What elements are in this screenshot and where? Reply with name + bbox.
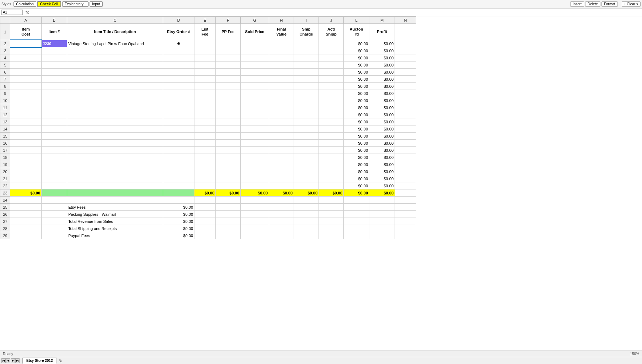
cell-H3[interactable] (269, 47, 294, 54)
cell-H22[interactable] (269, 182, 294, 189)
cell-M9[interactable]: $0.00 (369, 90, 395, 97)
cell-G9[interactable] (241, 90, 269, 97)
cell-I21[interactable] (294, 175, 319, 182)
cell-N3[interactable] (395, 47, 416, 54)
style-check-cell[interactable]: Check Cell (37, 1, 61, 7)
summary-empty-cell[interactable] (369, 211, 395, 218)
cell-D22[interactable] (163, 182, 194, 189)
cell-H18[interactable] (269, 154, 294, 161)
cell-B19[interactable] (42, 161, 67, 168)
cell-M11[interactable]: $0.00 (369, 104, 395, 111)
cell-C22[interactable] (67, 182, 163, 189)
cell-D8[interactable] (163, 83, 194, 90)
summary-value-26[interactable]: $0.00 (163, 211, 194, 218)
cell-E21[interactable] (194, 175, 216, 182)
cell-H8[interactable] (269, 83, 294, 90)
cell-E10[interactable] (194, 97, 216, 104)
cell-E19[interactable] (194, 161, 216, 168)
summary-empty-cell[interactable] (269, 211, 294, 218)
btn-format[interactable]: Format (601, 1, 618, 7)
summary-empty-cell[interactable] (216, 218, 241, 225)
cell-D13[interactable] (163, 118, 194, 125)
cell-C9[interactable] (67, 90, 163, 97)
cell-D2[interactable]: ⊕ (163, 40, 194, 47)
cell-B15[interactable] (42, 133, 67, 140)
cell-A11[interactable] (10, 104, 42, 111)
cell-F3[interactable] (216, 47, 241, 54)
cell-C14[interactable] (67, 125, 163, 133)
col-header-I[interactable]: I (294, 17, 319, 24)
cell-M17[interactable]: $0.00 (369, 147, 395, 154)
cell-D6[interactable] (163, 69, 194, 76)
cell-F4[interactable] (216, 54, 241, 61)
cell-A10[interactable] (10, 97, 42, 104)
style-input[interactable]: Input (90, 1, 102, 7)
cell-A6[interactable] (10, 69, 42, 76)
cell-H21[interactable] (269, 175, 294, 182)
blank-cell[interactable] (163, 197, 194, 204)
total-L[interactable]: $0.00 (344, 189, 369, 197)
cell-J19[interactable] (319, 161, 344, 168)
cell-B17[interactable] (42, 147, 67, 154)
cell-D3[interactable] (163, 47, 194, 54)
cell-L20[interactable]: $0.00 (344, 168, 369, 175)
cell-H2[interactable] (269, 40, 294, 47)
summary-empty-cell[interactable] (319, 204, 344, 211)
cell-A14[interactable] (10, 125, 42, 133)
cell-G2[interactable] (241, 40, 269, 47)
cell-G18[interactable] (241, 154, 269, 161)
cell-H9[interactable] (269, 90, 294, 97)
cell-A8[interactable] (10, 83, 42, 90)
cell-L9[interactable]: $0.00 (344, 90, 369, 97)
cell-L11[interactable]: $0.00 (344, 104, 369, 111)
cell-J10[interactable] (319, 97, 344, 104)
summary-empty-cell[interactable] (395, 225, 416, 232)
col-header-C[interactable]: C (67, 17, 163, 24)
cell-M5[interactable]: $0.00 (369, 61, 395, 69)
summary-empty-cell[interactable] (294, 225, 319, 232)
cell-M18[interactable]: $0.00 (369, 154, 395, 161)
cell-N12[interactable] (395, 111, 416, 118)
summary-empty-cell[interactable] (294, 204, 319, 211)
cell-C12[interactable] (67, 111, 163, 118)
cell-N9[interactable] (395, 90, 416, 97)
cell-N17[interactable] (395, 147, 416, 154)
summary-empty-cell[interactable] (216, 225, 241, 232)
summary-empty-cell[interactable] (194, 211, 216, 218)
cell-G17[interactable] (241, 147, 269, 154)
cell-N11[interactable] (395, 104, 416, 111)
cell-J16[interactable] (319, 140, 344, 147)
cell-F19[interactable] (216, 161, 241, 168)
summary-empty-cell[interactable] (216, 211, 241, 218)
cell-reference-box[interactable]: A2 (1, 10, 23, 15)
cell-D15[interactable] (163, 133, 194, 140)
cell-F11[interactable] (216, 104, 241, 111)
cell-B22[interactable] (42, 182, 67, 189)
cell-D19[interactable] (163, 161, 194, 168)
cell-E14[interactable] (194, 125, 216, 133)
summary-value-27[interactable]: $0.00 (163, 218, 194, 225)
col-header-F[interactable]: F (216, 17, 241, 24)
cell-E8[interactable] (194, 83, 216, 90)
summary-B-25[interactable] (42, 204, 67, 211)
spreadsheet-container[interactable]: A B C D E F G H I J L M N 1 Item Cost (0, 16, 642, 352)
cell-N22[interactable] (395, 182, 416, 189)
summary-empty-cell[interactable] (319, 232, 344, 239)
summary-empty-cell[interactable] (216, 204, 241, 211)
cell-N6[interactable] (395, 69, 416, 76)
cell-H16[interactable] (269, 140, 294, 147)
cell-I8[interactable] (294, 83, 319, 90)
blank-cell[interactable] (344, 197, 369, 204)
cell-E20[interactable] (194, 168, 216, 175)
cell-G11[interactable] (241, 104, 269, 111)
blank-cell[interactable] (194, 197, 216, 204)
total-F[interactable]: $0.00 (216, 189, 241, 197)
blank-cell[interactable] (395, 197, 416, 204)
cell-L13[interactable]: $0.00 (344, 118, 369, 125)
summary-empty-cell[interactable] (319, 225, 344, 232)
cell-L17[interactable]: $0.00 (344, 147, 369, 154)
cell-M15[interactable]: $0.00 (369, 133, 395, 140)
cell-D10[interactable] (163, 97, 194, 104)
cell-N16[interactable] (395, 140, 416, 147)
cell-H10[interactable] (269, 97, 294, 104)
